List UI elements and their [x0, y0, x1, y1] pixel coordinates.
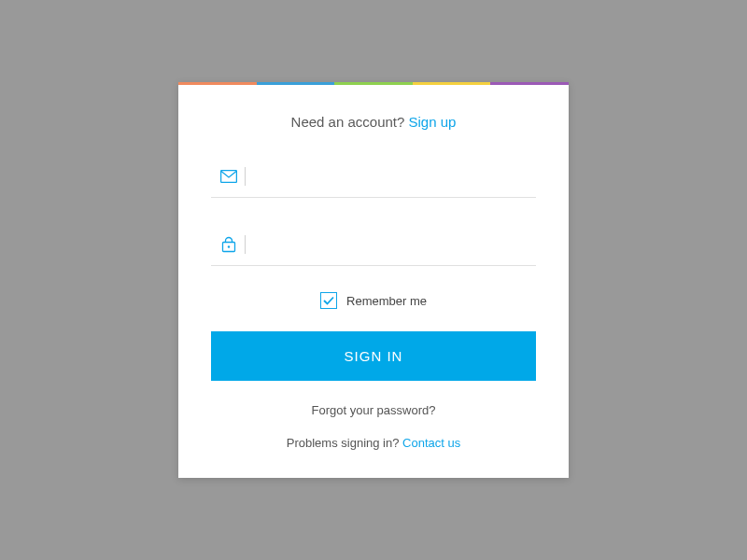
email-input[interactable] [259, 169, 536, 184]
input-divider [245, 235, 246, 254]
lock-icon [211, 236, 245, 253]
signin-card: Need an account? Sign up Reme [178, 82, 569, 478]
password-field-row[interactable] [211, 224, 536, 266]
mail-icon [211, 170, 245, 183]
forgot-password-link[interactable]: Forgot your password? [211, 403, 536, 417]
remember-me-label: Remember me [346, 294, 427, 308]
problems-prompt: Problems signing in? Contact us [211, 436, 536, 450]
input-divider [245, 167, 246, 186]
svg-point-2 [228, 245, 230, 247]
contact-us-link[interactable]: Contact us [402, 436, 460, 450]
signup-prompt: Need an account? Sign up [211, 114, 536, 130]
signin-button[interactable]: SIGN IN [211, 331, 536, 381]
signup-prompt-text: Need an account? [291, 114, 409, 130]
remember-me-checkbox[interactable] [320, 292, 337, 309]
email-field-row[interactable] [211, 156, 536, 198]
remember-me-row: Remember me [211, 292, 536, 309]
problems-prompt-text: Problems signing in? [287, 436, 402, 450]
signup-link[interactable]: Sign up [409, 114, 457, 130]
top-accent-stripe [178, 82, 569, 85]
password-input[interactable] [259, 237, 536, 252]
